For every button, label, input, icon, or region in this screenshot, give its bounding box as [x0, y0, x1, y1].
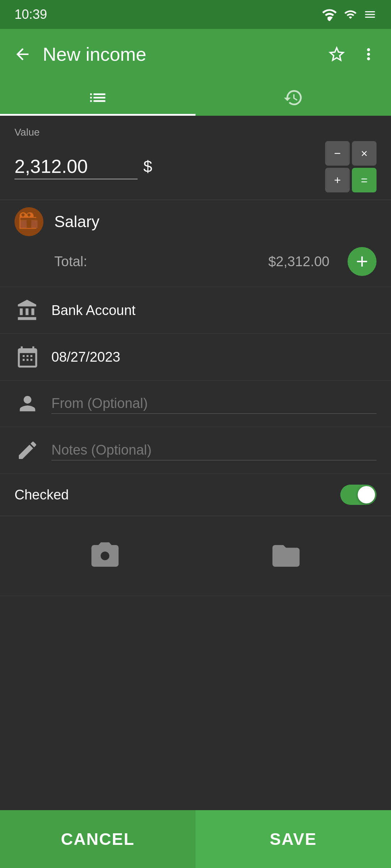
notes-row[interactable]	[0, 427, 391, 474]
calc-plus-button[interactable]: +	[325, 168, 350, 192]
status-icons	[321, 8, 377, 21]
value-row: $ − × + =	[14, 141, 377, 192]
checked-row: Checked	[0, 474, 391, 516]
signal-icon	[343, 8, 358, 21]
tab-history[interactable]	[196, 80, 391, 116]
category-name: Salary	[54, 213, 100, 231]
history-icon	[283, 88, 303, 108]
add-item-button[interactable]	[348, 247, 377, 276]
form-content: Value $ − × + =	[0, 116, 391, 741]
bank-icon	[14, 297, 41, 323]
from-input[interactable]	[51, 393, 377, 414]
cancel-button[interactable]: CANCEL	[0, 810, 196, 868]
notes-input[interactable]	[51, 440, 377, 460]
value-input[interactable]	[14, 154, 138, 179]
category-name-row[interactable]: Salary	[14, 207, 377, 236]
account-row[interactable]: Bank Account	[0, 287, 391, 334]
calculator-buttons: − × + =	[325, 141, 377, 192]
date-content: 08/27/2023	[51, 349, 377, 365]
calc-equals-button[interactable]: =	[352, 168, 377, 192]
back-button[interactable]	[11, 43, 34, 66]
page-title: New income	[43, 43, 316, 65]
toggle-knob	[358, 486, 375, 503]
value-section: Value $ − × + =	[0, 116, 391, 200]
value-label: Value	[14, 127, 377, 138]
account-content: Bank Account	[51, 303, 377, 318]
wifi-icon	[321, 8, 337, 21]
category-icon	[14, 207, 43, 236]
content-spacer	[0, 596, 391, 741]
from-content	[51, 393, 377, 414]
checked-toggle[interactable]	[340, 485, 377, 505]
pencil-icon	[14, 437, 41, 463]
favorite-button[interactable]	[325, 43, 348, 66]
status-time: 10:39	[14, 7, 47, 22]
tab-details[interactable]	[0, 80, 196, 116]
menu-icon	[363, 8, 377, 21]
date-row[interactable]: 08/27/2023	[0, 334, 391, 380]
save-button[interactable]: SAVE	[196, 810, 391, 868]
checked-label: Checked	[14, 487, 340, 503]
more-options-button[interactable]	[357, 43, 380, 66]
from-row[interactable]	[0, 380, 391, 427]
value-input-wrapper: $	[14, 154, 318, 179]
folder-button[interactable]	[264, 534, 308, 578]
calc-multiply-button[interactable]: ×	[352, 141, 377, 166]
bottom-buttons: CANCEL SAVE	[0, 810, 391, 868]
tabs	[0, 80, 391, 116]
list-icon	[88, 88, 108, 108]
app-bar: New income	[0, 29, 391, 80]
total-amount: $2,312.00	[94, 254, 340, 269]
status-bar: 10:39	[0, 0, 391, 29]
category-section: Salary Total: $2,312.00	[0, 200, 391, 287]
date-value: 08/27/2023	[51, 349, 377, 365]
calendar-icon	[14, 344, 41, 370]
calc-minus-button[interactable]: −	[325, 141, 350, 166]
attachment-row	[0, 516, 391, 596]
account-label: Bank Account	[51, 303, 377, 318]
person-icon	[14, 391, 41, 417]
svg-rect-0	[20, 218, 38, 220]
camera-button[interactable]	[83, 534, 127, 578]
total-row: Total: $2,312.00	[14, 243, 377, 280]
svg-rect-2	[27, 220, 31, 228]
total-label: Total:	[54, 254, 87, 269]
notes-content	[51, 440, 377, 460]
currency-symbol: $	[143, 158, 152, 176]
